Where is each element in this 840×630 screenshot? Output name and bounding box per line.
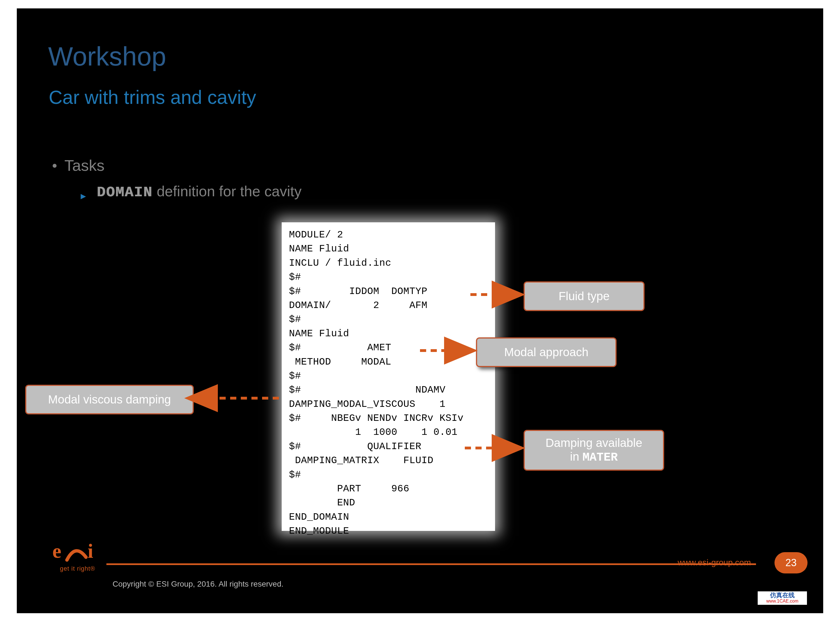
esi-logo: e i get it right® <box>51 540 104 572</box>
watermark-url: www.1CAE.com <box>758 598 807 604</box>
footer-rule <box>106 564 756 565</box>
bullet-domain-def: DOMAIN definition for the cavity <box>97 183 302 201</box>
callout-modal-approach: Modal approach <box>476 337 617 367</box>
code-panel: MODULE/ 2 NAME Fluid INCLU / fluid.inc $… <box>282 222 495 531</box>
copyright-text: Copyright © ESI Group, 2016. All rights … <box>112 579 283 589</box>
bullet-domain-rest: definition for the cavity <box>153 183 302 199</box>
callout-mvd-label: Modal viscous damping <box>48 393 171 406</box>
bullet-tasks: Tasks <box>65 156 104 174</box>
callout-damping-available: Damping available in MATER <box>524 430 664 471</box>
slide: Workshop Car with trims and cavity Tasks… <box>17 8 823 613</box>
bullet-dot <box>53 164 57 168</box>
svg-text:e: e <box>52 540 61 562</box>
slide-subtitle: Car with trims and cavity <box>49 86 256 108</box>
watermark-cn: 仿真在线 <box>758 592 807 598</box>
svg-text:i: i <box>88 540 93 562</box>
callout-fluid-type: Fluid type <box>524 281 644 311</box>
callout-damp-line2: in MATER <box>570 450 618 464</box>
slide-title: Workshop <box>48 41 166 72</box>
esi-logo-svg: e i <box>52 540 103 565</box>
footer-url: www.esi-group.com <box>677 558 751 567</box>
sub-bullet-marker: ▸ <box>81 189 86 202</box>
callout-fluid-label: Fluid type <box>559 289 609 303</box>
code-block: MODULE/ 2 NAME Fluid INCLU / fluid.inc $… <box>282 222 495 544</box>
callout-damp-line1: Damping available <box>545 436 642 450</box>
domain-keyword: DOMAIN <box>97 184 153 201</box>
watermark: 仿真在线 www.1CAE.com <box>758 591 807 605</box>
esi-logo-tag: get it right® <box>51 565 104 572</box>
callout-modal-viscous-damping: Modal viscous damping <box>25 385 194 414</box>
page-number-badge: 23 <box>774 552 807 573</box>
callout-modal-label: Modal approach <box>504 346 588 359</box>
